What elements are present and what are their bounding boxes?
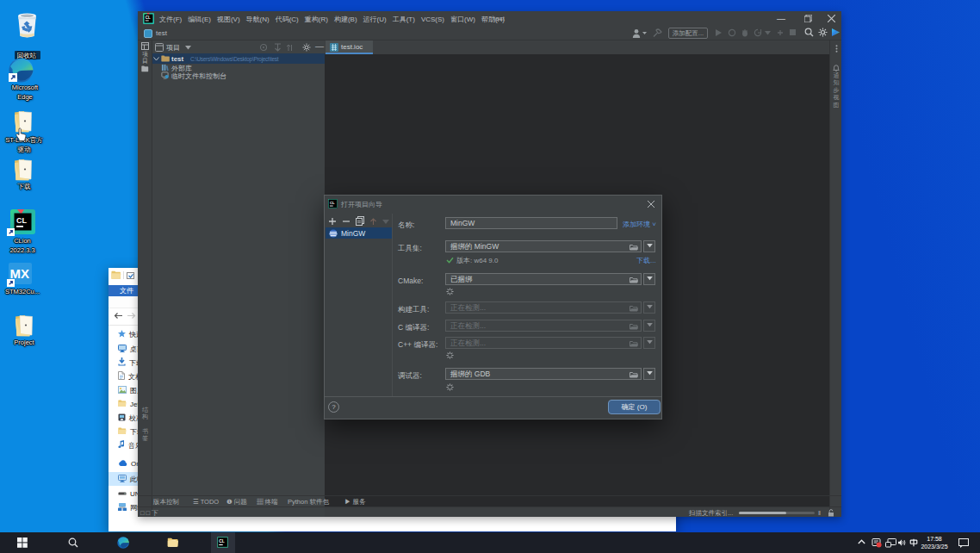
svg-text:CL: CL bbox=[330, 201, 335, 205]
svg-text:CL: CL bbox=[16, 216, 27, 225]
svg-text:CL: CL bbox=[146, 16, 151, 20]
svg-text:CL: CL bbox=[219, 539, 225, 544]
